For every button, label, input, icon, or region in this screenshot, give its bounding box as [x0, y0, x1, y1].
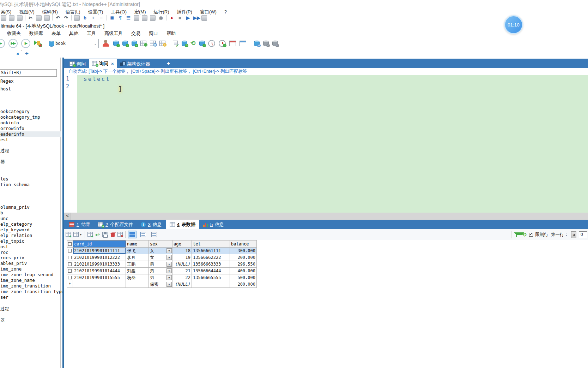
cell-sex[interactable]: 女▼: [149, 254, 172, 261]
sidebar-item-table[interactable]: elp_category: [0, 221, 61, 227]
database-select[interactable]: book ⌄: [46, 39, 99, 48]
sidebar-item-table[interactable]: ookcategory_tmp: [0, 114, 61, 120]
db-refresh-button[interactable]: ↻: [181, 41, 187, 46]
close-tab-icon[interactable]: ×: [111, 61, 114, 66]
row-checkbox[interactable]: [67, 261, 73, 268]
npp-menu-language[interactable]: 语言(L): [62, 8, 84, 15]
sidebar-item-table[interactable]: b: [0, 210, 61, 216]
macro-run-multi-icon[interactable]: ▶▶: [193, 15, 199, 21]
db-restore-button[interactable]: ↑: [122, 41, 128, 46]
sidebar-item-table[interactable]: elp_relation: [0, 233, 61, 238]
cell-name[interactable]: 王鹏: [126, 261, 149, 268]
text-view-toggle[interactable]: [150, 231, 158, 238]
cell-tel-empty[interactable]: [192, 281, 230, 288]
row-checkbox[interactable]: [67, 274, 73, 281]
db-backup-button[interactable]: ↓: [113, 41, 119, 46]
execute-query-button[interactable]: ▶: [0, 39, 5, 48]
cell-name[interactable]: 张飞: [126, 248, 149, 254]
sidebar-item-table[interactable]: ime_zone_transition: [0, 283, 61, 289]
tab-query-2-active[interactable]: + 询问 ×: [89, 59, 117, 68]
cell-balance-default[interactable]: 200.000: [230, 281, 257, 288]
npp-menu-help[interactable]: ?: [220, 8, 231, 15]
cell-card-id[interactable]: 210210199901015555: [73, 274, 126, 281]
cell-card-id[interactable]: 210210199901012222: [73, 254, 126, 261]
cell-card-id[interactable]: 210210199901011111: [73, 248, 126, 254]
npp-menu-plugins[interactable]: 插件(P): [173, 8, 196, 15]
sidebar-item-triggers[interactable]: 器: [0, 159, 61, 165]
cell-tel[interactable]: 13566661111: [192, 248, 230, 254]
db-forward-button[interactable]: →: [199, 41, 205, 46]
row-checkbox[interactable]: [67, 248, 73, 254]
sidebar-item[interactable]: les: [0, 176, 61, 182]
save-icon[interactable]: [17, 15, 23, 21]
scroll-left-button[interactable]: <: [64, 213, 71, 220]
redo-icon[interactable]: ↷: [63, 15, 69, 21]
monitor-icon[interactable]: [150, 15, 156, 21]
filter-icon[interactable]: [514, 232, 519, 237]
sidebar-item-table[interactable]: ost: [0, 244, 61, 250]
cell-sex[interactable]: 女▼: [149, 248, 172, 254]
cell-sex[interactable]: 男▼: [149, 268, 172, 274]
cell-balance[interactable]: 500.000: [230, 274, 257, 281]
sidebar-item-table[interactable]: est: [0, 137, 61, 143]
tab-result[interactable]: 1结果: [65, 220, 94, 229]
replace-icon[interactable]: b: [82, 15, 88, 21]
cell-balance[interactable]: 300.000: [230, 248, 257, 254]
show-symbols-icon[interactable]: ¶: [117, 15, 123, 21]
macro-stop-icon[interactable]: ■: [177, 15, 183, 21]
tab-schema-designer[interactable]: 架构设计器: [117, 60, 153, 68]
window-split-button[interactable]: [229, 41, 236, 46]
cell-name[interactable]: 李月: [126, 254, 149, 261]
sidebar-item-table[interactable]: orrowinfo: [0, 126, 61, 131]
sidebar-item-table[interactable]: elp_keyword: [0, 227, 61, 233]
macro-record-icon[interactable]: ●: [169, 15, 175, 21]
cell-card-id-empty[interactable]: [73, 281, 126, 288]
execute-all-button[interactable]: ▶▶: [8, 39, 18, 48]
form-view-toggle[interactable]: [139, 231, 147, 238]
first-row-input[interactable]: 0: [579, 231, 587, 238]
copy-icon[interactable]: [36, 15, 42, 21]
cell-balance[interactable]: 200.000: [230, 254, 257, 261]
cut-icon[interactable]: ✂: [28, 15, 34, 21]
function-list-icon[interactable]: [142, 15, 147, 21]
sidebar-item-procedures[interactable]: 过程: [0, 306, 61, 312]
add-row-button[interactable]: ＋: [66, 232, 71, 237]
cell-sex[interactable]: 男▼: [149, 261, 172, 268]
refresh-button[interactable]: ⟲: [190, 40, 195, 47]
connection-tab[interactable]: ×: [0, 50, 22, 58]
sidebar-item-table[interactable]: unc: [0, 216, 61, 221]
npp-menu-window[interactable]: 窗口(W): [196, 8, 220, 15]
cancel-changes-button[interactable]: ✕: [117, 232, 123, 237]
sidebar-item-table-selected[interactable]: eaderinfo: [0, 131, 61, 137]
macro-save-icon[interactable]: [201, 15, 207, 21]
copy-db-button[interactable]: ⇄: [254, 41, 259, 46]
sex-dropdown[interactable]: ▼: [166, 268, 172, 273]
sy-menu-database[interactable]: 数据库: [25, 30, 47, 37]
sidebar-item-table[interactable]: rocs_priv: [0, 255, 61, 261]
save-changes-button[interactable]: [102, 232, 108, 237]
cell-sex-default[interactable]: 保密▼: [149, 281, 172, 288]
history-button[interactable]: [208, 40, 215, 47]
row-checkbox[interactable]: [67, 268, 73, 274]
sy-menu-others[interactable]: 其他: [65, 30, 83, 37]
cell-name[interactable]: 刘鑫: [126, 268, 149, 274]
table-options-button[interactable]: ▼: [73, 232, 82, 237]
cell-balance[interactable]: 296.550: [230, 261, 257, 268]
sy-menu-window[interactable]: 窗口: [145, 30, 162, 37]
sidebar-item[interactable]: Regex: [0, 78, 61, 84]
cell-name[interactable]: 杨磊: [126, 274, 149, 281]
cell-sex[interactable]: 男▼: [149, 274, 172, 281]
sidebar-item-procedures[interactable]: 过程: [0, 148, 61, 154]
grid-view-toggle[interactable]: [128, 231, 137, 238]
sidebar-item-table[interactable]: olumns_priv: [0, 204, 61, 210]
find-icon[interactable]: [74, 15, 80, 21]
cell-balance[interactable]: 400.000: [230, 268, 257, 274]
sidebar-item-table[interactable]: ime_zone: [0, 266, 61, 272]
sidebar-item-triggers[interactable]: 器: [0, 317, 61, 323]
cell-age[interactable]: 18: [172, 248, 192, 254]
db-checksum-button[interactable]: ✓: [263, 41, 268, 46]
column-header-balance[interactable]: balance: [230, 241, 257, 248]
window-layout-button[interactable]: [240, 41, 246, 46]
scheduler-button[interactable]: →: [219, 40, 226, 47]
new-tab-button[interactable]: +: [163, 60, 174, 67]
